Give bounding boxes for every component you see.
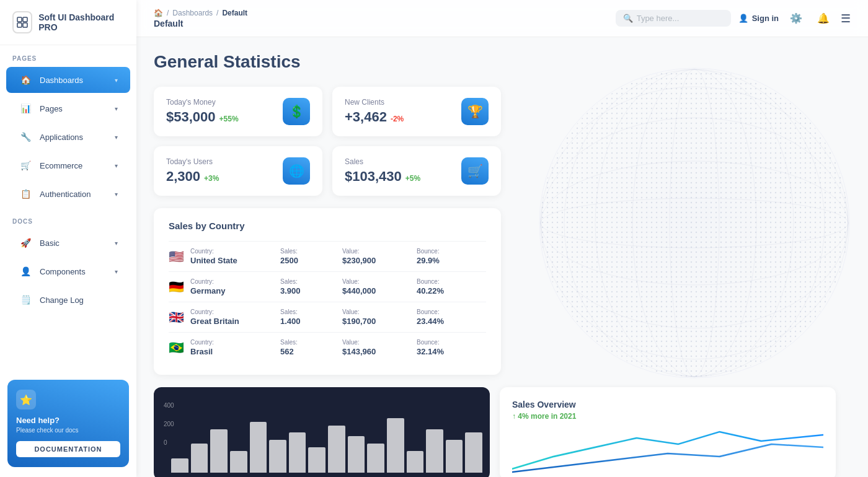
country-cell-value: Value: $230,900 <box>342 248 417 265</box>
country-row: 🇺🇸 Country: United State Sales: 2500 Val… <box>169 241 486 271</box>
help-subtitle: Please check our docs <box>16 427 120 434</box>
pages-section-label: PAGES <box>0 45 136 66</box>
notifications-button[interactable]: 🔔 <box>813 9 833 28</box>
bar <box>269 440 286 473</box>
charts-row: 400 200 0 Sales Overview ↑ 4% more in 20… <box>154 387 836 477</box>
menu-button[interactable]: ☰ <box>841 12 851 25</box>
sidebar-item-ecommerce-label: Ecommerce <box>40 161 107 170</box>
country-cell-name: 🇺🇸 Country: United State <box>169 248 280 265</box>
stat-card-users: Today's Users 2,300 +3% 🌐 <box>154 146 322 196</box>
sidebar-item-ecommerce[interactable]: 🛒 Ecommerce ▾ <box>6 152 130 178</box>
bar <box>230 451 247 473</box>
home-icon: 🏠 <box>154 9 163 17</box>
stat-icon-clients: 🏆 <box>461 98 489 125</box>
header: 🏠 / Dashboards / Default Default 🔍 👤 Sig… <box>136 0 868 37</box>
sidebar-item-pages[interactable]: 📊 Pages ▾ <box>6 95 130 121</box>
svg-point-6 <box>541 198 848 248</box>
sales-overview-card: Sales Overview ↑ 4% more in 2021 <box>500 387 836 477</box>
chevron-down-icon: ▾ <box>115 191 118 198</box>
stat-change-money: +55% <box>219 115 239 123</box>
search-icon: 🔍 <box>623 14 633 23</box>
ecommerce-icon: 🛒 <box>19 159 32 172</box>
page-subtitle: Default <box>154 19 247 28</box>
header-right: 🔍 👤 Sign in ⚙️ 🔔 ☰ <box>616 9 851 28</box>
svg-point-15 <box>541 69 848 377</box>
bar <box>407 451 424 473</box>
svg-point-9 <box>541 87 848 359</box>
bar-chart-container <box>171 411 482 473</box>
stat-change-users: +3% <box>204 174 219 183</box>
stats-grid: Today's Money $53,000 +55% 💲 New Clients… <box>154 87 501 196</box>
bar <box>426 429 443 473</box>
stat-icon-money: 💲 <box>283 98 310 125</box>
bar-chart-card: 400 200 0 <box>154 387 490 477</box>
signin-button[interactable]: 👤 Sign in <box>738 14 779 23</box>
stat-value-money: $53,000 <box>166 109 216 125</box>
chevron-down-icon: ▾ <box>115 162 118 169</box>
sidebar-item-pages-label: Pages <box>40 104 107 113</box>
country-cell-value: Value: $143,960 <box>342 339 417 356</box>
chevron-down-icon: ▾ <box>115 240 118 247</box>
chevron-down-icon: ▾ <box>115 268 118 275</box>
svg-rect-3 <box>23 23 27 27</box>
svg-rect-2 <box>17 23 22 27</box>
bar <box>289 432 306 473</box>
page-title: General Statistics <box>154 52 851 72</box>
breadcrumb-dashboards[interactable]: Dashboards <box>172 9 213 17</box>
user-icon: 👤 <box>738 14 748 23</box>
svg-point-8 <box>541 118 848 328</box>
bar-y-0: 0 <box>164 439 167 446</box>
sidebar-item-applications[interactable]: 🔧 Applications ▾ <box>6 124 130 150</box>
country-cell-sales: Sales: 562 <box>280 339 342 356</box>
flag-icon: 🇩🇪 <box>169 279 184 294</box>
country-cell-name: 🇧🇷 Country: Brasil <box>169 339 280 356</box>
bar <box>210 429 228 473</box>
sidebar-item-components[interactable]: 👤 Components ▾ <box>6 258 130 284</box>
sidebar-item-authentication-label: Authentication <box>40 190 107 199</box>
stat-icon-sales: 🛒 <box>461 157 489 185</box>
sidebar-item-authentication[interactable]: 📋 Authentication ▾ <box>6 181 130 207</box>
sidebar-help-card: ⭐ Need help? Please check our docs DOCUM… <box>7 380 129 467</box>
settings-button[interactable]: ⚙️ <box>786 9 806 28</box>
documentation-button[interactable]: DOCUMENTATION <box>16 441 120 457</box>
country-cell-sales: Sales: 1.400 <box>280 309 342 326</box>
sidebar-item-basic[interactable]: 🚀 Basic ▾ <box>6 230 130 256</box>
bar <box>328 426 345 473</box>
country-cell-bounce: Bounce: 40.22% <box>417 278 479 295</box>
country-cell-name: 🇩🇪 Country: Germany <box>169 278 280 295</box>
sidebar-item-dashboards[interactable]: 🏠 Dashboards ▾ <box>6 67 130 93</box>
country-row: 🇩🇪 Country: Germany Sales: 3.900 Value: … <box>169 271 486 302</box>
svg-point-4 <box>539 68 849 378</box>
sales-by-country: Sales by Country 🇺🇸 Country: United Stat… <box>154 208 501 375</box>
basic-icon: 🚀 <box>19 236 32 250</box>
bar <box>308 447 326 473</box>
sidebar-item-changelog[interactable]: 🗒️ Change Log <box>6 287 130 313</box>
stat-icon-users: 🌐 <box>283 157 310 185</box>
chevron-down-icon: ▾ <box>115 105 118 112</box>
country-cell-value: Value: $190,700 <box>342 309 417 326</box>
bar <box>367 444 384 473</box>
globe-decoration: /* dots drawn via JS below */ <box>496 37 868 421</box>
country-table: 🇺🇸 Country: United State Sales: 2500 Val… <box>169 241 486 362</box>
changelog-icon: 🗒️ <box>19 293 32 307</box>
search-input[interactable] <box>637 14 724 23</box>
flag-icon: 🇧🇷 <box>169 340 184 355</box>
sidebar-item-basic-label: Basic <box>40 239 107 248</box>
svg-point-5 <box>541 69 848 377</box>
breadcrumb-nav: 🏠 / Dashboards / Default <box>154 9 247 17</box>
stat-card-money: Today's Money $53,000 +55% 💲 <box>154 87 322 136</box>
stat-label-sales: Sales <box>345 157 420 166</box>
applications-icon: 🔧 <box>19 130 32 144</box>
svg-rect-1 <box>23 17 27 22</box>
line-chart-area <box>512 426 823 475</box>
bar <box>171 458 188 473</box>
country-row: 🇧🇷 Country: Brasil Sales: 562 Value: $14… <box>169 332 486 362</box>
bar-y-400: 400 <box>164 402 174 409</box>
country-cell-name: 🇬🇧 Country: Great Britain <box>169 309 280 326</box>
arrow-up-icon: ↑ <box>512 412 516 421</box>
help-title: Need help? <box>16 416 120 425</box>
stat-value-clients: +3,462 <box>345 109 387 125</box>
svg-point-13 <box>564 69 825 377</box>
bar <box>250 422 267 473</box>
stat-change-sales: +5% <box>405 174 420 183</box>
